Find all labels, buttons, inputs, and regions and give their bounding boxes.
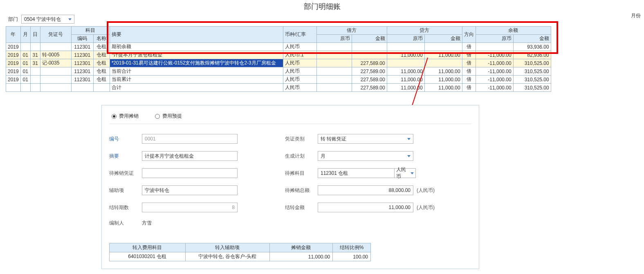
table-row[interactable]: 2019112301仓租期初余额人民币借93,936.00: [6, 43, 551, 51]
plan-select[interactable]: 月: [318, 151, 413, 161]
chevron-down-icon: [407, 138, 411, 140]
table-row[interactable]: 20190131转-0005112301仓租*计提本月宁波仓租租金人民币:111…: [6, 51, 551, 59]
res-h4[interactable]: 结转比例%: [333, 243, 371, 252]
plan-label: 生成计划: [285, 153, 318, 160]
maker-value: 方雪: [142, 220, 240, 227]
subj-input[interactable]: 112301 仓租: [318, 168, 394, 178]
th-credit[interactable]: 贷方: [387, 27, 462, 35]
form-panel: 费用摊销 费用预提 编号 0001 凭证类别 转 转账凭证 摘要 计提本月宁波仓…: [101, 105, 479, 269]
th-voucher[interactable]: 凭证号: [40, 27, 71, 43]
radio-a-label: 费用摊销: [119, 113, 139, 120]
dept-select[interactable]: 0504 宁波中转仓: [21, 15, 74, 24]
chevron-down-icon: [68, 18, 72, 20]
carry-input[interactable]: 11,000.00: [318, 203, 413, 212]
th-debit-orig[interactable]: 原币: [316, 35, 352, 43]
th-desc[interactable]: 摘要: [110, 27, 283, 43]
ledger-table: 年 月 日 凭证号 科目 摘要 币种/汇率 借方 贷方 方向 余额 编码 名称 …: [6, 26, 551, 92]
total-unit: (人民币): [416, 187, 440, 194]
no-input[interactable]: 0001: [142, 134, 238, 144]
subj-currency-select[interactable]: 人民币: [394, 168, 416, 178]
th-bal-amt[interactable]: 金额: [513, 35, 551, 43]
pendv-label: 待摊销凭证: [109, 170, 142, 177]
radio-b-label: 费用预提: [162, 113, 182, 120]
radio-row: 费用摊销 费用预提: [109, 111, 471, 124]
result-table: 转入费用科目 转入辅助项 摊销金额 结转比例% 6401030201 仓租 宁波…: [109, 243, 371, 261]
month-label: 月份: [631, 12, 641, 19]
res-h3[interactable]: 摊销金额: [269, 243, 333, 252]
th-currency[interactable]: 币种/汇率: [283, 27, 316, 43]
table-row[interactable]: 201901112301仓租当前累计人民币227,589.0011,000.00…: [6, 76, 551, 84]
dept-label: 部门: [8, 16, 18, 23]
th-month[interactable]: 月: [20, 27, 30, 43]
carry-label: 结转金额: [285, 204, 318, 211]
chevron-down-icon: [407, 155, 411, 157]
no-label: 编号: [109, 136, 142, 143]
desc-input[interactable]: 计提本月宁波仓租租金: [142, 151, 238, 161]
th-credit-orig[interactable]: 原币: [387, 35, 424, 43]
desc-label: 摘要: [109, 153, 142, 160]
table-row[interactable]: 20190131记-0035112301仓租*2019-01-31易可达建行公账…: [6, 59, 551, 67]
res-h1[interactable]: 转入费用科目: [110, 243, 186, 252]
th-bal-orig[interactable]: 原币: [476, 35, 513, 43]
page-title: 部门明细账: [0, 0, 644, 13]
res-h2[interactable]: 转入辅助项: [185, 243, 269, 252]
radio-expense-accrual[interactable]: 费用预提: [155, 113, 182, 120]
pendv-input[interactable]: [142, 168, 238, 178]
chevron-down-icon: [411, 172, 414, 174]
dept-value: 0504 宁波中转仓: [24, 16, 61, 23]
table-row[interactable]: 合计人民币227,589.0011,000.0011,000.00借-11,00…: [6, 84, 551, 92]
th-debit-amt[interactable]: 金额: [352, 35, 387, 43]
vtype-select[interactable]: 转 转账凭证: [318, 134, 413, 144]
filter-bar: 部门 0504 宁波中转仓: [0, 13, 644, 25]
total-label: 待摊销总额: [285, 187, 318, 194]
th-debit[interactable]: 借方: [316, 27, 387, 35]
th-code[interactable]: 编码: [71, 35, 93, 43]
th-subject[interactable]: 科目: [71, 27, 110, 35]
th-credit-amt[interactable]: 金额: [424, 35, 462, 43]
periods-input[interactable]: 8: [142, 203, 238, 212]
aux-label: 辅助项: [109, 187, 142, 194]
th-dir[interactable]: 方向: [462, 27, 476, 43]
th-day[interactable]: 日: [30, 27, 40, 43]
periods-label: 结转期数: [109, 204, 142, 211]
carry-unit: (人民币): [416, 204, 440, 211]
th-name[interactable]: 名称: [93, 35, 110, 43]
vtype-label: 凭证类别: [285, 136, 318, 143]
result-row[interactable]: 6401030201 仓租 宁波中转仓, 谷仓客户-头程 11,000.00 1…: [110, 252, 371, 261]
form-grid: 编号 0001 凭证类别 转 转账凭证 摘要 计提本月宁波仓租租金 生成计划 月…: [109, 134, 471, 227]
radio-expense-amort[interactable]: 费用摊销: [112, 113, 139, 120]
total-input[interactable]: 88,000.00: [318, 185, 413, 195]
th-balance[interactable]: 余额: [476, 27, 551, 35]
table-row[interactable]: 201901112301仓租当前合计人民币227,589.0011,000.00…: [6, 67, 551, 76]
maker-label: 编制人: [109, 220, 142, 227]
th-year[interactable]: 年: [6, 27, 21, 43]
subj-label: 待摊科目: [285, 170, 318, 177]
aux-input[interactable]: 宁波中转仓: [142, 185, 238, 195]
